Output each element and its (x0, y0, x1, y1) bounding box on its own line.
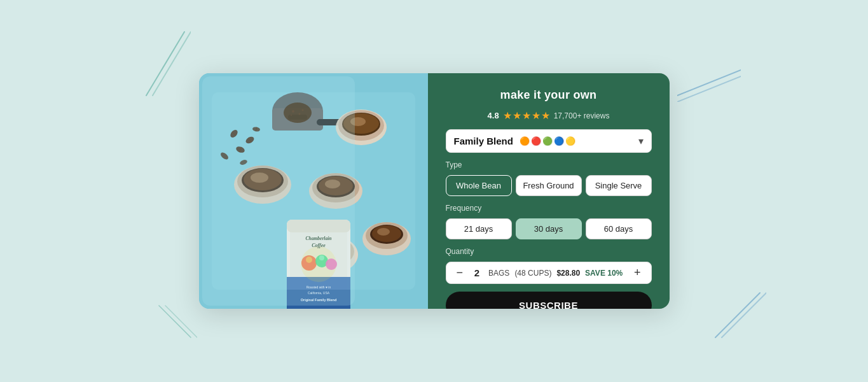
frequency-section: Frequency 21 days 30 days 60 days (446, 204, 652, 239)
product-image-panel: Chamberlain Coffee Roasted with ♥ in Cal… (199, 73, 428, 309)
blend-dropdown-left: Family Blend 🟠 🔴 🟢 🔵 🟡 (454, 136, 575, 146)
svg-line-7 (165, 306, 197, 337)
svg-line-6 (159, 306, 191, 337)
rating-score: 4.8 (488, 111, 499, 120)
star-5: ★ (541, 110, 550, 122)
star-4: ★ (532, 110, 541, 122)
svg-line-4 (715, 293, 760, 337)
flavor-icon-1: 🟠 (520, 136, 530, 146)
panel-title: make it your own (446, 88, 652, 102)
subscribe-button[interactable]: SUBSCRIBE (446, 292, 652, 309)
rating-row: 4.8 ★ ★ ★ ★ ★ 17,700+ reviews (446, 110, 652, 122)
svg-line-2 (677, 70, 741, 96)
price-label: $28.80 (556, 269, 580, 278)
blend-name: Family Blend (454, 136, 513, 146)
quantity-decrease-button[interactable]: − (454, 266, 466, 279)
flavor-icon-3: 🟢 (542, 136, 553, 146)
svg-line-1 (153, 32, 191, 96)
chevron-down-icon: ▾ (638, 135, 644, 147)
quantity-increase-button[interactable]: + (631, 266, 644, 279)
star-rating: ★ ★ ★ ★ ★ (503, 110, 550, 122)
freq-21-days-button[interactable]: 21 days (446, 218, 512, 239)
svg-line-3 (677, 76, 741, 102)
type-section: Type Whole Bean Fresh Ground Single Serv… (446, 160, 652, 196)
svg-line-5 (722, 293, 766, 337)
type-single-serve-button[interactable]: Single Serve (586, 175, 652, 196)
quantity-section: Quantity − 2 BAGS (48 CUPS) $28.80 SAVE … (446, 247, 652, 284)
flavor-icon-2: 🔴 (531, 136, 541, 146)
product-config-panel: make it your own 4.8 ★ ★ ★ ★ ★ 17,700+ r… (428, 73, 670, 309)
type-fresh-ground-button[interactable]: Fresh Ground (516, 175, 582, 196)
quantity-info: BAGS (48 CUPS) $28.80 SAVE 10% (488, 269, 625, 278)
type-whole-bean-button[interactable]: Whole Bean (446, 175, 512, 196)
type-buttons: Whole Bean Fresh Ground Single Serve (446, 175, 652, 196)
frequency-label: Frequency (446, 204, 652, 213)
star-2: ★ (513, 110, 521, 122)
blend-dropdown[interactable]: Family Blend 🟠 🔴 🟢 🔵 🟡 ▾ (446, 129, 652, 153)
freq-60-days-button[interactable]: 60 days (586, 218, 652, 239)
svg-point-43 (377, 228, 390, 236)
quantity-label: Quantity (446, 247, 652, 256)
quantity-row: − 2 BAGS (48 CUPS) $28.80 SAVE 10% + (446, 262, 652, 284)
flavor-icon-5: 🟡 (565, 136, 575, 146)
cups-label: (48 CUPS) (514, 269, 551, 278)
blend-flavor-icons: 🟠 🔴 🟢 🔵 🟡 (520, 136, 575, 146)
bags-label: BAGS (488, 269, 509, 278)
freq-30-days-button[interactable]: 30 days (516, 218, 582, 239)
frequency-buttons: 21 days 30 days 60 days (446, 218, 652, 239)
star-3: ★ (522, 110, 531, 122)
type-label: Type (446, 160, 652, 169)
quantity-value: 2 (472, 267, 482, 278)
product-card: Chamberlain Coffee Roasted with ♥ in Cal… (199, 73, 670, 309)
save-label: SAVE 10% (585, 269, 623, 278)
svg-line-0 (146, 32, 184, 96)
star-1: ★ (503, 110, 512, 122)
flavor-icon-4: 🔵 (554, 136, 564, 146)
review-count: 17,700+ reviews (554, 111, 610, 120)
svg-rect-71 (202, 76, 355, 306)
